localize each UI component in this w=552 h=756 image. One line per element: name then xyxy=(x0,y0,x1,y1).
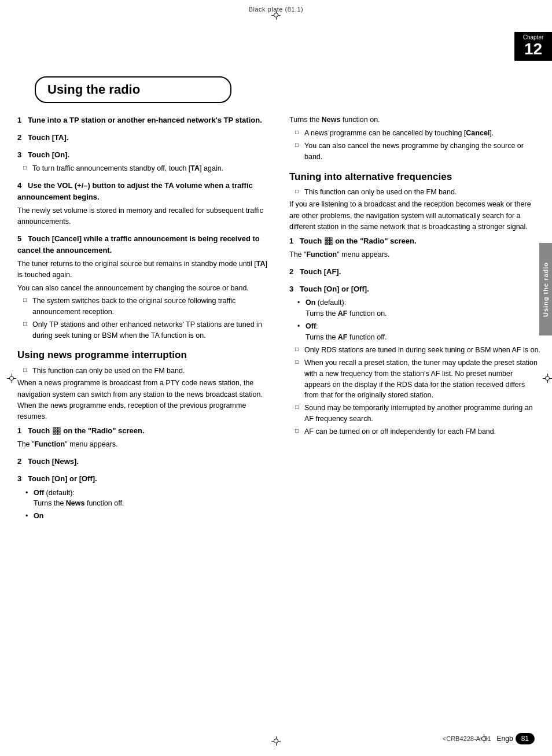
af-bullet-2: When you recall a preset station, the tu… xyxy=(295,357,540,401)
af-step-3-heading: 3 Touch [On] or [Off]. xyxy=(289,283,540,295)
plate-text: Black plate (81,1) xyxy=(249,6,304,13)
page-header: Black plate (81,1) xyxy=(0,0,552,16)
step-3-bullet-1: To turn traffic announcements standby of… xyxy=(23,163,272,174)
news-step-3-options: Off (default):Turns the News function of… xyxy=(17,488,272,522)
svg-rect-0 xyxy=(53,427,55,429)
svg-rect-6 xyxy=(53,433,55,434)
left-crosshair-mark xyxy=(7,374,16,383)
af-body: If you are listening to a broadcast and … xyxy=(289,199,540,233)
af-intro-bullet: This function can only be used on the FM… xyxy=(289,187,540,198)
main-content: 1 Tune into a TP station or another en-h… xyxy=(0,115,552,528)
af-step-1-heading: 1 Touch xyxy=(289,235,540,247)
news-section: Using news programme interruption This f… xyxy=(17,349,272,521)
lang-label: Engb xyxy=(497,735,513,743)
step-5: 5 Touch [Cancel] while a traffic announc… xyxy=(17,233,272,341)
sidebar-tab: Using the radio xyxy=(539,243,552,335)
title-bar: Using the radio xyxy=(35,76,231,103)
bottom-edge-crosshair xyxy=(271,736,281,746)
bottom-crosshair-mark xyxy=(479,734,488,743)
svg-rect-1 xyxy=(56,427,57,429)
svg-rect-4 xyxy=(56,430,57,432)
step-4-heading: 4 Use the VOL (+/–) button to adjust the… xyxy=(17,180,272,203)
news-cont-bullet-1: A news programme can be cancelled by tou… xyxy=(295,128,540,139)
news-step-1: 1 Touch xyxy=(17,425,272,451)
svg-rect-14 xyxy=(330,241,332,242)
step-5-heading: 5 Touch [Cancel] while a traffic announc… xyxy=(17,233,272,256)
news-step-3-heading: 3 Touch [On] or [Off]. xyxy=(17,473,272,485)
af-step-3-options: On (default):Turns the AF function on. O… xyxy=(289,297,540,342)
step-4-body: The newly set volume is stored in memory… xyxy=(17,205,272,227)
grid-icon-news-1 xyxy=(52,426,64,435)
af-step-1-body: The "Function" menu appears. xyxy=(289,249,540,260)
sidebar-label: Using the radio xyxy=(542,261,549,316)
chapter-badge: Chapter 12 xyxy=(514,32,552,61)
af-step-2: 2 Touch [AF]. xyxy=(289,266,540,278)
right-column: Turns the News function on. A news progr… xyxy=(284,115,540,528)
news-step-2-heading: 2 Touch [News]. xyxy=(17,456,272,467)
news-step-3: 3 Touch [On] or [Off]. Off (default):Tur… xyxy=(17,473,272,521)
news-intro-bullet: This function can only be used on the FM… xyxy=(17,366,272,377)
grid-icon-af-1 xyxy=(324,237,336,245)
news-cont-bullet-2: You can also cancel the news programme b… xyxy=(295,141,540,163)
news-body: When a news programme is broadcast from … xyxy=(17,378,272,423)
step-1: 1 Tune into a TP station or another en-h… xyxy=(17,115,272,126)
af-bullet-4: AF can be turned on or off independently… xyxy=(295,426,540,437)
step-2-heading: 2 Touch [TA]. xyxy=(17,132,272,143)
svg-rect-5 xyxy=(58,430,60,432)
page-title: Using the radio xyxy=(47,82,219,97)
news-option-on: On xyxy=(25,511,272,522)
news-step-1-body: The "Function" menu appears. xyxy=(17,439,272,450)
step-4: 4 Use the VOL (+/–) button to adjust the… xyxy=(17,180,272,227)
svg-rect-7 xyxy=(56,433,57,434)
step-5-bullet-1: The system switches back to the original… xyxy=(23,296,272,318)
svg-rect-8 xyxy=(58,433,60,434)
svg-rect-15 xyxy=(325,243,327,245)
step-3-bullets: To turn traffic announcements standby of… xyxy=(17,163,272,174)
step-5-body-1: The tuner returns to the original source… xyxy=(17,259,272,281)
page: Black plate (81,1) Chapter 12 Using the … xyxy=(0,0,552,756)
step-3-heading: 3 Touch [On]. xyxy=(17,149,272,161)
chapter-number: 12 xyxy=(519,41,547,57)
svg-rect-2 xyxy=(58,427,60,429)
svg-rect-16 xyxy=(327,243,329,245)
af-step-1: 1 Touch xyxy=(289,235,540,261)
af-option-off: Off:Turns the AF function off. xyxy=(297,321,540,343)
af-section-heading: Tuning into alternative frequencies xyxy=(289,171,540,183)
svg-rect-11 xyxy=(330,238,332,239)
step-5-bullet-2: Only TP stations and other enhanced netw… xyxy=(23,319,272,341)
af-step-2-heading: 2 Touch [AF]. xyxy=(289,266,540,278)
af-intro-bullet-1: This function can only be used on the FM… xyxy=(295,187,540,198)
news-step-2: 2 Touch [News]. xyxy=(17,456,272,467)
step-2: 2 Touch [TA]. xyxy=(17,132,272,143)
page-number-badge: 81 xyxy=(516,733,535,744)
step-5-body-2: You can also cancel the announcement by … xyxy=(17,283,272,294)
news-continuation: Turns the News function on. A news progr… xyxy=(289,115,540,163)
right-crosshair-mark xyxy=(543,374,552,383)
svg-rect-3 xyxy=(53,430,55,432)
af-bullet-1: Only RDS stations are tuned in during se… xyxy=(295,345,540,356)
svg-rect-13 xyxy=(327,241,329,242)
svg-rect-10 xyxy=(327,238,329,239)
af-option-on: On (default):Turns the AF function on. xyxy=(297,297,540,319)
step-5-bullets: The system switches back to the original… xyxy=(17,296,272,341)
af-step-3-bullets: Only RDS stations are tuned in during se… xyxy=(289,345,540,437)
left-column: 1 Tune into a TP station or another en-h… xyxy=(17,115,284,528)
news-cont-bullets: A news programme can be cancelled by tou… xyxy=(289,128,540,162)
af-section: Tuning into alternative frequencies This… xyxy=(289,171,540,437)
step-3: 3 Touch [On]. To turn traffic announceme… xyxy=(17,149,272,174)
news-option-off: Off (default):Turns the News function of… xyxy=(25,488,272,510)
svg-rect-9 xyxy=(325,238,327,239)
news-step-1-heading: 1 Touch xyxy=(17,425,272,437)
af-step-3: 3 Touch [On] or [Off]. On (default):Turn… xyxy=(289,283,540,437)
news-intro-bullet-1: This function can only be used on the FM… xyxy=(23,366,272,377)
news-section-heading: Using news programme interruption xyxy=(17,349,272,362)
af-bullet-3: Sound may be temporarily interrupted by … xyxy=(295,403,540,425)
svg-rect-12 xyxy=(325,241,327,242)
svg-rect-17 xyxy=(330,243,332,245)
step-1-heading: 1 Tune into a TP station or another en-h… xyxy=(17,115,272,126)
news-cont-body: Turns the News function on. xyxy=(289,115,540,126)
